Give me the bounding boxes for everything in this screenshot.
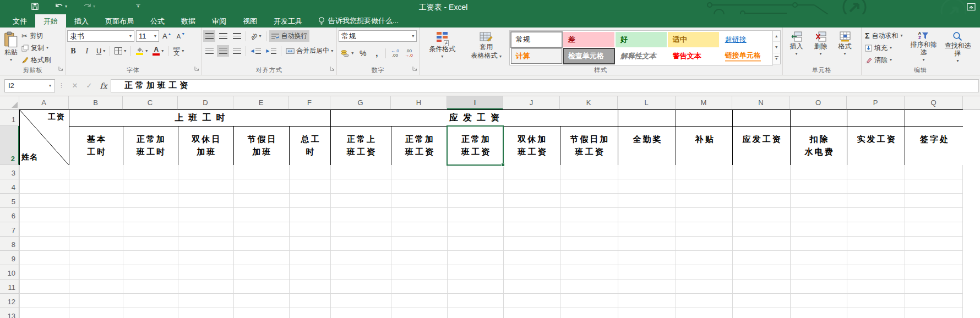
accounting-dropdown-icon[interactable]: ▾: [351, 51, 353, 56]
number-format-dropdown-icon[interactable]: ▾: [410, 34, 414, 39]
fill-color-dropdown-icon[interactable]: ▾: [145, 49, 148, 53]
comma-style-button[interactable]: ,: [371, 47, 383, 59]
cell-N1[interactable]: [732, 109, 790, 126]
alignment-dialog-launcher[interactable]: [330, 63, 335, 73]
orientation-dropdown-icon[interactable]: ▾: [259, 34, 262, 39]
cell-I2[interactable]: 正常加班工资: [447, 126, 503, 165]
column-header-K[interactable]: K: [560, 96, 618, 109]
cell-A1-A2-diagonal[interactable]: 工资姓名: [19, 109, 69, 165]
row-header-9[interactable]: 9: [0, 251, 19, 265]
name-box[interactable]: I2 ▾: [4, 79, 55, 92]
accounting-format-button[interactable]: ▾: [339, 47, 355, 59]
bottom-align-button[interactable]: [231, 30, 243, 42]
middle-align-button[interactable]: [217, 30, 229, 42]
cell-C2[interactable]: 正常加班工时: [123, 126, 178, 165]
row-header-3[interactable]: 3: [0, 165, 19, 179]
align-right-button[interactable]: [231, 45, 243, 57]
cell-O1[interactable]: [790, 109, 847, 126]
merge-center-dropdown-icon[interactable]: ▾: [331, 49, 333, 53]
column-header-F[interactable]: F: [289, 96, 330, 109]
align-left-button[interactable]: [203, 45, 215, 57]
cell-style-linked[interactable]: 链接单元格: [720, 48, 771, 64]
gallery-more-icon[interactable]: ▼: [773, 53, 780, 64]
cell-style-calculation[interactable]: 计算: [511, 48, 562, 64]
cell-style-hyperlink[interactable]: 超链接: [720, 32, 771, 47]
font-color-dropdown-icon[interactable]: ▾: [161, 49, 164, 53]
number-dialog-launcher[interactable]: [412, 63, 417, 73]
cancel-button[interactable]: ✕: [68, 81, 82, 90]
cell-B2[interactable]: 基本工时: [69, 126, 123, 165]
cell-style-good[interactable]: 好: [616, 32, 667, 47]
column-header-C[interactable]: C: [123, 96, 178, 109]
font-name-combo[interactable]: 隶书 ▾: [67, 30, 134, 42]
increase-indent-button[interactable]: ▶: [264, 45, 278, 57]
align-center-button[interactable]: [217, 45, 229, 57]
cell-M2[interactable]: 补贴: [676, 126, 732, 165]
font-name-dropdown-icon[interactable]: ▾: [127, 34, 132, 39]
row-header-4[interactable]: 4: [0, 179, 19, 194]
ribbon-tab-home[interactable]: 开始: [35, 14, 66, 28]
column-header-E[interactable]: E: [233, 96, 289, 109]
cell-style-neutral[interactable]: 适中: [668, 32, 719, 47]
ribbon-tab-review[interactable]: 审阅: [204, 14, 235, 28]
underline-dropdown-icon[interactable]: ▾: [103, 49, 105, 53]
increase-font-size-button[interactable]: A▲: [161, 30, 173, 42]
paste-dropdown-icon[interactable]: ▾: [10, 58, 12, 62]
cell-style-warning[interactable]: 警告文本: [668, 48, 719, 64]
row-header-2[interactable]: 2: [0, 126, 19, 165]
column-header-H[interactable]: H: [391, 96, 447, 109]
merge-center-button[interactable]: 合并后居中 ▾: [284, 45, 335, 57]
row-header-10[interactable]: 10: [0, 265, 19, 279]
row-header-7[interactable]: 7: [0, 222, 19, 237]
delete-cells-button[interactable]: 删除 ▾: [809, 29, 833, 56]
column-header-G[interactable]: G: [330, 96, 391, 109]
name-box-dropdown-icon[interactable]: ▾: [49, 84, 51, 88]
cell-L1[interactable]: [618, 109, 676, 126]
conditional-formatting-button[interactable]: ≠ 条件格式 ▾: [421, 29, 464, 59]
font-dialog-launcher[interactable]: [194, 63, 199, 73]
top-align-button[interactable]: [203, 30, 215, 42]
select-all-corner[interactable]: [0, 96, 19, 109]
font-color-button[interactable]: A ▾: [151, 45, 165, 57]
phonetic-dropdown-icon[interactable]: ▾: [182, 49, 184, 53]
format-dropdown-icon[interactable]: ▾: [844, 52, 846, 56]
format-as-table-dropdown-icon[interactable]: ▾: [499, 54, 502, 59]
fill-color-button[interactable]: ▾: [134, 45, 149, 57]
column-header-J[interactable]: J: [503, 96, 560, 109]
ribbon-tab-formulas[interactable]: 公式: [142, 14, 173, 28]
column-header-L[interactable]: L: [618, 96, 676, 109]
cell-M1[interactable]: [676, 109, 732, 126]
ribbon-tab-page-layout[interactable]: 页面布局: [97, 14, 142, 28]
row-header-5[interactable]: 5: [0, 194, 19, 208]
tell-me-box[interactable]: 告诉我您想要做什么...: [311, 14, 406, 28]
column-header-Q[interactable]: Q: [905, 96, 963, 109]
row-header-13[interactable]: 13: [0, 308, 19, 318]
insert-function-button[interactable]: fx: [96, 81, 111, 90]
column-header-P[interactable]: P: [847, 96, 905, 109]
row-header-1[interactable]: 1: [0, 109, 19, 126]
column-header-A[interactable]: A: [19, 96, 69, 109]
clipboard-dialog-launcher[interactable]: [58, 63, 63, 73]
paste-button[interactable]: 粘贴 ▾: [2, 29, 20, 62]
cell-P1[interactable]: [847, 109, 905, 126]
cell-J2[interactable]: 双休加班工资: [503, 126, 560, 165]
sort-filter-button[interactable]: AZ 排序和筛选 ▾: [906, 29, 940, 62]
cell-style-normal[interactable]: 常规: [510, 31, 563, 48]
orientation-button[interactable]: ab▾: [249, 30, 263, 42]
cell-G2[interactable]: 正常上班工资: [330, 126, 391, 165]
bold-button[interactable]: B: [67, 45, 79, 57]
cell-G1-K1-merged[interactable]: 应发工资: [330, 109, 618, 126]
column-header-D[interactable]: D: [178, 96, 233, 109]
enter-button[interactable]: ✓: [82, 81, 96, 90]
decrease-font-size-button[interactable]: A▼: [175, 30, 187, 42]
column-header-I[interactable]: I: [447, 96, 503, 109]
autosum-dropdown-icon[interactable]: ▾: [900, 34, 902, 38]
percent-style-button[interactable]: %: [357, 47, 369, 59]
cell-style-check[interactable]: 检查单元格: [563, 48, 615, 64]
cell-P2[interactable]: 实发工资: [847, 126, 905, 165]
column-header-N[interactable]: N: [732, 96, 790, 109]
formula-bar-splitter[interactable]: ⋮: [58, 82, 64, 89]
autosum-button[interactable]: Σ 自动求和 ▾: [863, 30, 904, 41]
cell-style-bad[interactable]: 差: [563, 32, 614, 47]
sort-filter-dropdown-icon[interactable]: ▾: [922, 58, 924, 62]
